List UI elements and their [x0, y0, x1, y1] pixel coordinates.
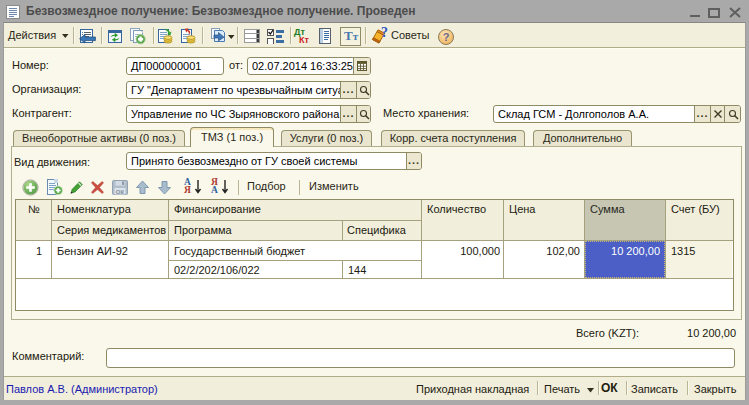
svg-text:?: ?: [443, 31, 450, 43]
svg-text:?: ?: [381, 25, 388, 40]
svg-text:ОК: ОК: [116, 189, 125, 195]
